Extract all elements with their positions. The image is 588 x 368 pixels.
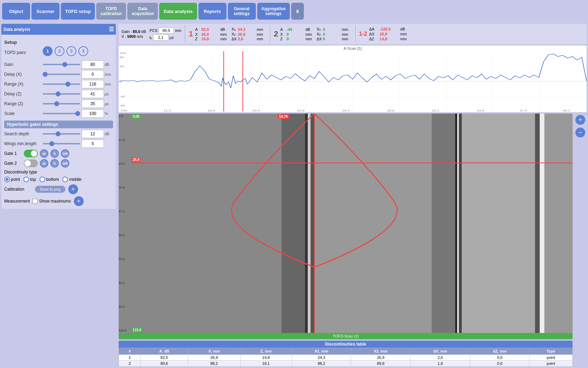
gain-slider[interactable]: [43, 64, 80, 65]
m1-a-lbl: A: [195, 27, 200, 32]
pair-btn-3[interactable]: 3: [66, 46, 76, 56]
measurement-plus-btn[interactable]: +: [74, 196, 84, 206]
pcs-row: PCS mm: [149, 27, 181, 34]
delay-x-input[interactable]: [82, 70, 104, 79]
show-max-label[interactable]: Show maximums: [33, 199, 71, 204]
svg-text:34,6: 34,6: [477, 109, 484, 111]
range-z-input[interactable]: [82, 100, 104, 108]
gate2-h-btn[interactable]: h: [50, 159, 59, 168]
radio-bottom-circle: [40, 177, 45, 182]
pcs-input[interactable]: [159, 27, 174, 34]
gate1-m-btn[interactable]: m: [40, 149, 48, 158]
gate2-m-btn[interactable]: m: [40, 159, 48, 168]
menu-icon[interactable]: ☰: [109, 26, 114, 33]
search-depth-slider[interactable]: [43, 133, 80, 135]
panel-body: Setup TOFD pairs 1 2 3 4 Gain dB: [1, 35, 116, 209]
gate1-toggle[interactable]: [24, 150, 38, 157]
gate2-mh-btn[interactable]: mh: [61, 159, 69, 168]
nav-data-analysis[interactable]: Data analysis: [159, 3, 197, 20]
side-minus-btn[interactable]: −: [575, 128, 585, 137]
delay-z-slider[interactable]: [43, 93, 80, 95]
pair-btn-1[interactable]: 1: [43, 46, 52, 56]
svg-text:29,6: 29,6: [387, 109, 394, 111]
top-navigation: Object Scanner TOFD setup TOFDcalibratio…: [0, 0, 588, 22]
range-z-slider[interactable]: [43, 103, 80, 104]
svg-text:40: 40: [120, 64, 124, 68]
m1-z-unit: mm: [220, 37, 230, 41]
show-max-checkbox[interactable]: [33, 199, 37, 204]
nav-reports[interactable]: Reports: [198, 3, 226, 20]
range-x-slider[interactable]: [43, 83, 80, 85]
col-x2-mm: X2, mm: [351, 348, 410, 355]
range-z-unit: μs: [105, 102, 113, 106]
v-display: V : 5900 m/s: [121, 34, 146, 39]
m1-dx-lbl: ΔX: [231, 37, 236, 41]
m1-x2-lbl: X₂: [231, 32, 236, 36]
range-x-label: Range (X): [4, 82, 43, 87]
tofd-area: 0.0 11.8 23.4 34.8 47.1 58.3 70.4 82.0 9…: [119, 114, 587, 367]
nav-object[interactable]: Object: [2, 3, 30, 20]
disc-table-section: Discontinuities table # A, dB X, mm Z, m…: [119, 341, 573, 367]
radio-middle[interactable]: middle: [62, 177, 81, 182]
disc-type-row: point top bottom middle: [4, 177, 113, 182]
pair-btn-4[interactable]: 4: [78, 46, 88, 56]
search-depth-input[interactable]: [82, 130, 104, 138]
svg-text:-40: -40: [120, 95, 125, 98]
disc-table: # A, dB X, mm Z, mm X1, mm X2, mm dX, mm…: [119, 348, 573, 367]
wings-label: Wings min.length: [4, 141, 43, 146]
scale-slider[interactable]: [43, 113, 80, 114]
t0-label: t₀: [149, 35, 152, 40]
gate2-toggle[interactable]: [24, 159, 38, 167]
gain-label: Gain: [4, 62, 43, 67]
m2-dx-val: 0: [323, 37, 341, 41]
gain-bar-label: Gain :: [121, 29, 132, 34]
svg-text:39,3: 39,3: [563, 109, 570, 111]
nav-scanner[interactable]: Scanner: [31, 3, 59, 20]
nav-close[interactable]: x: [291, 3, 304, 20]
t0-input[interactable]: [153, 34, 168, 41]
side-plus-btn[interactable]: +: [575, 115, 585, 125]
v-bar-value: 5900: [127, 34, 135, 39]
m1-a-unit: dB: [220, 27, 230, 32]
m2-x1-lbl: X₁: [317, 27, 322, 32]
radio-top[interactable]: top: [23, 177, 36, 182]
tofd-pos-bottom: 115,6: [131, 328, 143, 332]
radio-bottom[interactable]: bottom: [40, 177, 59, 182]
gain-input[interactable]: [82, 60, 104, 69]
scale-row: Scale %: [4, 109, 113, 118]
m2-x2-lbl: X₂: [317, 32, 322, 36]
wings-slider[interactable]: [43, 143, 80, 144]
m1-x2-unit: mm: [257, 32, 266, 36]
nav-tofd-calibration[interactable]: TOFDcalibration: [96, 3, 126, 20]
m1-a-val: 82,5: [201, 27, 219, 32]
svg-rect-39: [314, 114, 432, 333]
delay-z-input[interactable]: [82, 90, 104, 98]
panel-header: Data analysis ☰: [1, 24, 116, 35]
range-x-input[interactable]: [82, 80, 104, 88]
left-panel: Data analysis ☰ Setup TOFD pairs 1 2 3 4…: [0, 22, 117, 368]
nav-aggregative-settings[interactable]: Aggregativesettings: [257, 3, 290, 20]
m2-dx-unit: mm: [342, 37, 352, 41]
m2-x2-val: 0: [323, 32, 341, 36]
delay-x-unit: mm: [105, 72, 113, 76]
nav-tofd-setup[interactable]: TOFD setup: [61, 3, 95, 20]
dx-unit: mm: [400, 32, 410, 36]
tofd-svg: [131, 114, 573, 333]
gate1-h-btn[interactable]: h: [50, 149, 59, 158]
delay-x-label: Delay (X): [4, 72, 43, 77]
nav-data-acquisition[interactable]: Dataacquisition: [127, 3, 158, 20]
m1-x2-val: 26,9: [238, 32, 255, 36]
radio-point[interactable]: point: [4, 177, 20, 182]
m2-a-val: -44: [287, 27, 304, 32]
calib-plus-btn[interactable]: +: [68, 184, 78, 194]
delay-x-slider[interactable]: [43, 74, 80, 75]
ascan-container: A-Scan [1] 0 40: [119, 46, 587, 112]
pair-btn-2[interactable]: 2: [55, 46, 64, 56]
gate1-mh-btn[interactable]: mh: [61, 149, 69, 158]
wings-input[interactable]: [82, 139, 104, 148]
delay-x-row: Delay (X) mm: [4, 70, 113, 79]
nav-general-settings[interactable]: Generalsettings: [228, 3, 256, 20]
gate1-row: Gate 1 m h mh: [4, 149, 113, 158]
scale-input[interactable]: [82, 109, 104, 118]
save-png-btn[interactable]: Save to png: [35, 186, 65, 193]
